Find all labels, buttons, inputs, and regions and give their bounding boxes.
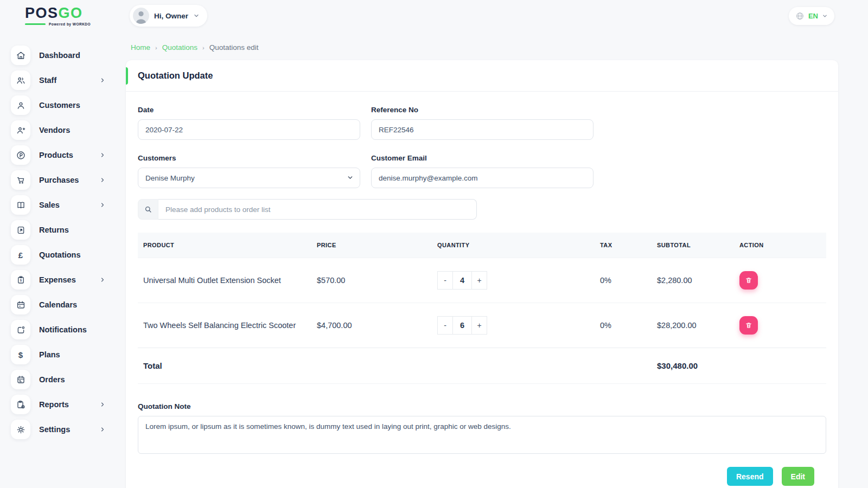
sidebar-item-label: Orders [39,375,65,384]
customers-select[interactable]: Denise Murphy [138,168,360,188]
breadcrumb-quotations-link[interactable]: Quotations [162,43,197,52]
quantity-value[interactable]: 6 [452,316,472,335]
chevron-down-icon [822,13,828,19]
resend-button[interactable]: Resend [727,467,773,486]
form-actions: Resend Edit [138,456,826,486]
breadcrumb: Home › Quotations › Quotations edit [126,43,838,52]
brand-logo-go: GO [59,6,83,21]
breadcrumb-separator: › [202,44,205,51]
chevron-right-icon [99,77,106,84]
tax-cell: 0% [595,303,652,348]
date-field-group: Date [138,106,360,140]
search-icon [138,199,158,220]
quantity-stepper: - 4 + [437,271,487,290]
sidebar-item-label: Vendors [39,126,70,134]
product-search [138,199,477,220]
date-input[interactable] [138,119,360,140]
quotation-form: Date Reference No Customers Denise Murph… [138,106,826,188]
customers-label: Customers [138,154,360,162]
sidebar-item-calendars[interactable]: Calendars [11,295,106,314]
delete-row-button[interactable] [739,271,758,290]
sidebar-item-returns[interactable]: Returns [11,220,106,240]
chevron-right-icon [99,202,106,208]
quantity-increase-button[interactable]: + [471,316,487,335]
brand-logo[interactable]: POSGO Powered by WORKDO [0,6,117,26]
chevron-down-icon [193,12,200,19]
quantity-decrease-button[interactable]: - [437,316,453,335]
trash-icon [745,322,752,329]
home-icon [11,46,30,65]
user-menu[interactable]: Hi, Owner [130,5,207,27]
chevron-right-icon [99,152,106,158]
customer-email-input[interactable] [371,168,593,188]
sidebar-item-label: Quotations [39,251,81,259]
sidebar-item-plans[interactable]: $ Plans [11,345,106,364]
language-label: EN [808,12,818,20]
quantity-stepper: - 6 + [437,316,487,335]
sidebar-item-dashboard[interactable]: Dashboard [11,46,106,65]
delete-row-button[interactable] [739,316,758,335]
brand-logo-text: POSGO [25,6,117,21]
table-header-row: Product Price Quantity Tax Subtotal Acti… [138,233,826,258]
col-header-tax: Tax [595,233,652,258]
subtotal-cell: $2,280.00 [652,258,734,303]
plans-icon: $ [11,345,30,364]
date-label: Date [138,106,360,114]
sidebar-item-label: Sales [39,201,60,209]
sidebar-item-expenses[interactable]: $ Expenses [11,270,106,290]
brand-tagline: Powered by WORKDO [49,22,91,26]
quotation-note-textarea[interactable]: Lorem ipsum, or lipsum as it is sometime… [138,416,826,454]
product-icon [11,145,30,165]
edit-button[interactable]: Edit [782,467,814,486]
sidebar-item-label: Expenses [39,275,76,284]
col-header-action: Action [734,233,826,258]
sidebar-item-purchases[interactable]: Purchases [11,170,106,190]
sidebar: Dashboard Staff Customers Vendors [0,31,117,488]
sidebar-item-label: Plans [39,350,60,359]
price-cell: $570.00 [311,258,432,303]
sidebar-item-notifications[interactable]: Notifications [11,320,106,339]
sidebar-item-orders[interactable]: Orders [11,370,106,389]
sidebar-item-sales[interactable]: Sales [11,195,106,215]
main-content: Home › Quotations › Quotations edit Quot… [117,31,868,488]
sidebar-item-vendors[interactable]: Vendors [11,120,106,140]
sidebar-item-settings[interactable]: Settings [11,420,106,439]
total-row: Total $30,480.00 [138,348,826,384]
breadcrumb-separator: › [155,44,157,51]
sidebar-item-customers[interactable]: Customers [11,95,106,115]
col-header-quantity: Quantity [432,233,595,258]
total-value: $30,480.00 [652,348,734,384]
chevron-right-icon [99,426,106,433]
brand-logo-pos: POS [25,6,59,21]
quotation-update-card: Quotation Update Date Reference No Custo… [126,60,838,488]
sidebar-item-quotations[interactable]: £ Quotations [11,245,106,265]
sidebar-item-staff[interactable]: Staff [11,70,106,90]
quantity-decrease-button[interactable]: - [437,271,453,290]
sidebar-item-products[interactable]: Products [11,145,106,165]
avatar [133,8,149,24]
calendar-icon [11,295,30,314]
sidebar-item-reports[interactable]: Reports [11,395,106,414]
orders-icon [11,370,30,389]
card-header: Quotation Update [126,60,838,92]
page-title: Quotation Update [138,70,213,80]
reference-input[interactable] [371,119,593,140]
language-selector[interactable]: EN [789,7,834,25]
quantity-value[interactable]: 4 [452,271,472,290]
brand-tagline-row: Powered by WORKDO [25,22,117,26]
gear-icon [11,420,30,439]
accent-bar [126,67,128,85]
svg-text:$: $ [20,279,22,282]
customer-email-label: Customer Email [371,154,593,162]
sidebar-item-label: Calendars [39,300,77,309]
purchases-icon [11,170,30,190]
notifications-icon [11,320,30,339]
breadcrumb-home-link[interactable]: Home [131,43,150,52]
product-search-input[interactable] [158,199,477,220]
quantity-increase-button[interactable]: + [471,271,487,290]
sidebar-item-label: Settings [39,425,70,434]
chevron-right-icon [99,401,106,408]
email-field-group: Customer Email [371,154,593,188]
product-name-cell: Two Wheels Self Balancing Electric Scoot… [138,303,311,348]
sidebar-item-label: Notifications [39,325,87,334]
